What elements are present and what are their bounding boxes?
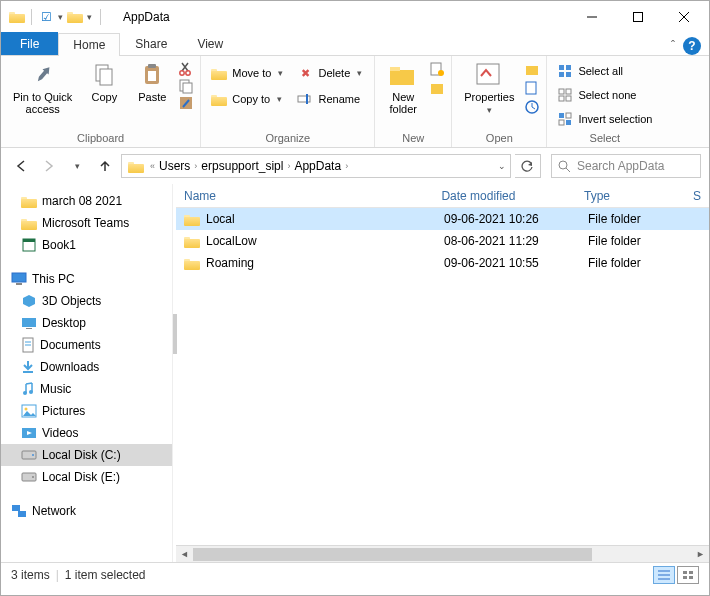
copy-button[interactable]: Copy	[82, 59, 126, 125]
file-list[interactable]: Local 09-06-2021 10:26 File folder Local…	[176, 208, 709, 545]
nav-recent-dropdown[interactable]: ▾	[65, 154, 89, 178]
tree-item[interactable]: Microsoft Teams	[1, 212, 172, 234]
tree-item[interactable]: Videos	[1, 422, 172, 444]
svg-rect-43	[22, 318, 36, 327]
easy-access-icon[interactable]	[429, 80, 445, 96]
svg-rect-32	[566, 96, 571, 101]
select-none-icon	[557, 87, 573, 103]
tree-item[interactable]: Pictures	[1, 400, 172, 422]
col-type[interactable]: Type	[576, 189, 685, 203]
history-icon[interactable]	[524, 99, 540, 115]
group-clipboard-label: Clipboard	[7, 132, 194, 146]
tree-item[interactable]: Downloads	[1, 356, 172, 378]
navigation-tree[interactable]: march 08 2021Microsoft TeamsBook1 This P…	[1, 184, 172, 562]
new-folder-icon	[387, 61, 419, 89]
open-icon[interactable]	[524, 61, 540, 77]
tree-item[interactable]: Local Disk (C:)	[1, 444, 172, 466]
group-open-label: Open	[458, 132, 540, 146]
invert-selection-icon	[557, 111, 573, 127]
properties-icon	[473, 61, 505, 89]
tree-item[interactable]: Book1	[1, 234, 172, 256]
rename-button[interactable]: Rename	[293, 89, 368, 109]
tree-item[interactable]: Documents	[1, 334, 172, 356]
tree-this-pc[interactable]: This PC	[1, 268, 172, 290]
paste-button[interactable]: Paste	[130, 59, 174, 125]
paste-icon	[136, 61, 168, 89]
qat-dropdown-2[interactable]: ▾	[85, 12, 94, 22]
scroll-right-button[interactable]: ►	[692, 546, 709, 563]
paste-shortcut-icon[interactable]	[178, 95, 194, 111]
col-size[interactable]: S	[685, 189, 709, 203]
scroll-thumb[interactable]	[193, 548, 592, 561]
status-selection: 1 item selected	[65, 568, 146, 582]
col-date[interactable]: Date modified	[433, 189, 576, 203]
edit-icon[interactable]	[524, 80, 540, 96]
tab-share[interactable]: Share	[120, 32, 182, 55]
cut-icon[interactable]	[178, 61, 194, 77]
table-row[interactable]: Local 09-06-2021 10:26 File folder	[176, 208, 709, 230]
copy-to-icon	[211, 91, 227, 107]
ribbon-collapse-icon[interactable]: ˆ	[671, 39, 675, 53]
folder-icon	[184, 235, 200, 248]
table-row[interactable]: Roaming 09-06-2021 10:55 File folder	[176, 252, 709, 274]
pin-to-quick-access-button[interactable]: Pin to Quick access	[7, 59, 78, 125]
addr-overflow[interactable]: «	[148, 161, 157, 171]
svg-rect-44	[26, 328, 32, 329]
tab-view[interactable]: View	[182, 32, 238, 55]
svg-rect-16	[390, 70, 414, 85]
copy-icon	[88, 61, 120, 89]
delete-icon: ✖	[297, 65, 313, 81]
svg-point-10	[186, 71, 190, 75]
status-item-count: 3 items	[11, 568, 50, 582]
nav-up-button[interactable]	[93, 154, 117, 178]
qat-divider	[31, 9, 32, 25]
tab-file[interactable]: File	[1, 32, 58, 55]
svg-rect-7	[148, 64, 156, 68]
close-button[interactable]	[661, 2, 707, 32]
rename-icon	[297, 91, 313, 107]
addr-folder-icon	[128, 160, 144, 173]
view-details-button[interactable]	[653, 566, 675, 584]
copy-to-button[interactable]: Copy to▾	[207, 89, 289, 109]
nav-forward-button[interactable]	[37, 154, 61, 178]
refresh-button[interactable]	[515, 154, 541, 178]
tree-item[interactable]: Desktop	[1, 312, 172, 334]
select-all-button[interactable]: Select all	[553, 61, 656, 81]
copy-path-icon[interactable]	[178, 78, 194, 94]
tree-item[interactable]: 3D Objects	[1, 290, 172, 312]
delete-button[interactable]: ✖Delete▾	[293, 63, 368, 83]
scroll-left-button[interactable]: ◄	[176, 546, 193, 563]
svg-rect-36	[566, 120, 571, 125]
tree-item[interactable]: Local Disk (E:)	[1, 466, 172, 488]
help-button[interactable]: ?	[683, 37, 701, 55]
new-item-icon[interactable]	[429, 61, 445, 77]
tree-item[interactable]: Music	[1, 378, 172, 400]
select-none-button[interactable]: Select none	[553, 85, 656, 105]
svg-rect-64	[689, 571, 693, 574]
maximize-button[interactable]	[615, 2, 661, 32]
tree-network[interactable]: Network	[1, 500, 172, 522]
table-row[interactable]: LocalLow 08-06-2021 11:29 File folder	[176, 230, 709, 252]
search-input[interactable]: Search AppData	[551, 154, 701, 178]
invert-selection-button[interactable]: Invert selection	[553, 109, 656, 129]
addr-dropdown[interactable]: ⌄	[496, 161, 508, 171]
qat-dropdown[interactable]: ▾	[56, 12, 65, 22]
qat-folder-icon	[67, 10, 83, 23]
tab-home[interactable]: Home	[58, 33, 120, 56]
address-bar[interactable]: « Users› erpsupport_sipl› AppData› ⌄	[121, 154, 511, 178]
nav-back-button[interactable]	[9, 154, 33, 178]
view-large-icons-button[interactable]	[677, 566, 699, 584]
qat-properties-icon[interactable]: ☑	[38, 9, 54, 25]
tree-splitter[interactable]	[172, 184, 176, 562]
minimize-button[interactable]	[569, 2, 615, 32]
tree-item[interactable]: march 08 2021	[1, 190, 172, 212]
move-to-button[interactable]: Move to▾	[207, 63, 289, 83]
qat-divider-2	[100, 9, 101, 25]
svg-rect-8	[148, 71, 156, 81]
properties-button[interactable]: Properties ▾	[458, 59, 520, 125]
new-folder-button[interactable]: New folder	[381, 59, 425, 125]
col-name[interactable]: Name	[176, 189, 433, 203]
horizontal-scrollbar[interactable]: ◄ ►	[176, 545, 709, 562]
column-headers[interactable]: Name Date modified Type S	[176, 184, 709, 208]
search-icon	[558, 160, 571, 173]
